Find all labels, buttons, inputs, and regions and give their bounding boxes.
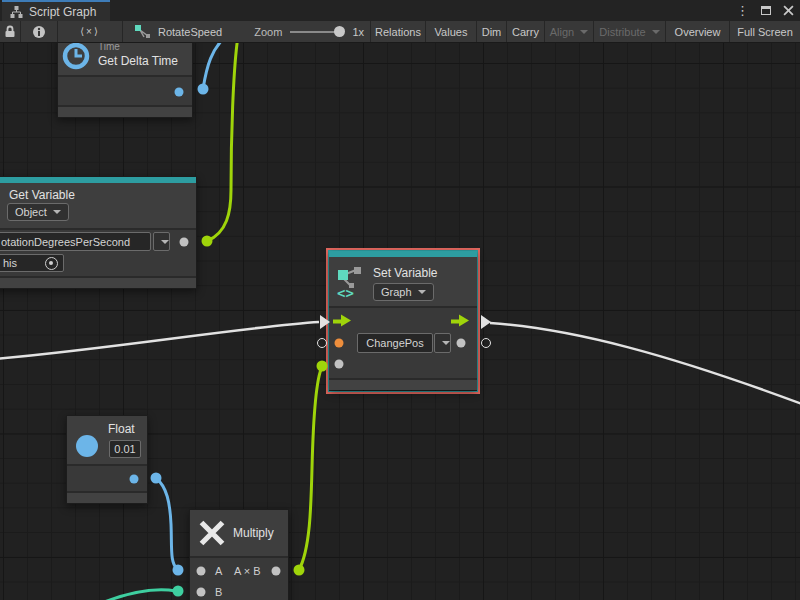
graph-world: Time Get Delta Time Get Variable Object: [0, 43, 800, 600]
variable-name-value: otationDegreesPerSecond: [1, 236, 130, 248]
node-header: <> Set Variable Graph: [329, 257, 477, 306]
node-title: Float: [108, 422, 135, 436]
code-view-button[interactable]: ⟨×⟩: [58, 21, 122, 42]
variable-name-dropdown[interactable]: [434, 333, 451, 353]
relations-button[interactable]: Relations: [371, 21, 425, 42]
node-header: Get Variable Object: [0, 183, 196, 228]
lock-button[interactable]: [0, 21, 20, 42]
graph-canvas[interactable]: Time Get Delta Time Get Variable Object: [0, 43, 800, 600]
node-footer: [58, 105, 192, 117]
node-title: Get Delta Time: [98, 54, 178, 68]
flow-wire-out: [490, 323, 800, 404]
chevron-down-icon: [580, 30, 588, 34]
breadcrumb-graph-name: RotateSpeed: [158, 26, 222, 38]
flow-in-port[interactable]: [333, 315, 351, 328]
multiply-a-label: A: [215, 565, 222, 577]
node-title: Multiply: [233, 526, 274, 540]
value-input-port[interactable]: [335, 360, 344, 369]
zoom-slider[interactable]: [290, 31, 340, 33]
info-icon: [32, 25, 46, 39]
set-variable-output-port[interactable]: [457, 339, 466, 348]
object-picker-icon[interactable]: [45, 257, 58, 270]
node-set-variable[interactable]: <> Set Variable Graph ChangePos: [329, 251, 477, 390]
multiply-out-port[interactable]: [272, 567, 281, 576]
node-multiply[interactable]: Multiply A A × B B: [189, 509, 289, 600]
graph-toolbar: ⟨×⟩ RotateSpeed Zoom 1x Relations Values…: [0, 21, 800, 43]
unconnected-port-ring[interactable]: [481, 338, 491, 348]
multiply-b-label: B: [215, 586, 222, 598]
chevron-down-icon: [53, 210, 61, 214]
get-variable-output-port[interactable]: [180, 238, 189, 247]
tab-script-graph[interactable]: Script Graph: [2, 0, 110, 21]
float-value: 0.01: [114, 443, 135, 455]
svg-text:<>: <>: [337, 285, 354, 300]
wire-endpoint[interactable]: [198, 84, 209, 95]
float-output-port[interactable]: [130, 475, 139, 484]
variable-kind-value: Object: [15, 206, 47, 218]
delta-time-output-port[interactable]: [175, 88, 184, 97]
multiply-icon: [198, 519, 226, 547]
flow-out-port[interactable]: [451, 315, 469, 328]
values-button[interactable]: Values: [426, 21, 476, 42]
breadcrumb[interactable]: RotateSpeed: [123, 21, 232, 42]
wire-endpoint[interactable]: [317, 361, 328, 372]
unconnected-port-ring[interactable]: [317, 338, 327, 348]
dim-button[interactable]: Dim: [477, 21, 506, 42]
multiply-b-port[interactable]: [197, 588, 206, 597]
flow-wire-in: [0, 322, 319, 359]
zoom-label: Zoom: [232, 21, 290, 42]
node-kicker: Time: [98, 43, 120, 52]
variable-kind-value: Graph: [381, 286, 412, 298]
wire-endpoint[interactable]: [173, 565, 184, 576]
chevron-down-icon: [442, 341, 450, 345]
graph-icon: [10, 6, 23, 18]
distribute-label: Distribute: [599, 26, 645, 38]
window-menu-icon[interactable]: ⋮: [736, 4, 749, 17]
flow-arrowhead: [481, 315, 491, 329]
info-button[interactable]: [21, 21, 57, 42]
fullscreen-button[interactable]: Full Screen: [730, 21, 800, 42]
node-divider: [67, 464, 147, 466]
align-button[interactable]: Align: [545, 21, 593, 42]
close-icon[interactable]: [783, 5, 794, 16]
node-title: Get Variable: [9, 188, 75, 202]
node-get-variable[interactable]: Get Variable Object otationDegreesPerSec…: [0, 176, 197, 289]
float-value-field[interactable]: 0.01: [109, 440, 141, 458]
variable-name-port[interactable]: [335, 339, 344, 348]
multiply-out-wire: [299, 367, 322, 570]
node-header: Time Get Delta Time: [58, 43, 192, 75]
align-label: Align: [550, 26, 574, 38]
carry-button[interactable]: Carry: [507, 21, 544, 42]
float-icon: [76, 435, 98, 457]
node-header: Multiply: [190, 510, 288, 556]
variable-name-field[interactable]: ChangePos: [357, 333, 433, 353]
chevron-down-icon: [161, 240, 169, 244]
wire-endpoint[interactable]: [294, 565, 305, 576]
distribute-button[interactable]: Distribute: [594, 21, 665, 42]
wire-endpoint[interactable]: [202, 236, 213, 247]
maximize-icon[interactable]: [761, 6, 771, 15]
delta-time-wire: [203, 43, 224, 89]
variable-kind-dropdown[interactable]: Graph: [373, 283, 434, 301]
node-header: Float 0.01: [67, 416, 147, 464]
set-variable-icon: <>: [337, 266, 363, 300]
float-wire: [156, 478, 177, 569]
wire-endpoint[interactable]: [173, 586, 184, 597]
node-divider: [329, 306, 477, 308]
multiply-b-wire: [92, 590, 176, 600]
variable-name-dropdown[interactable]: [153, 232, 170, 251]
node-footer: [329, 378, 477, 390]
lock-icon: [4, 25, 16, 38]
wire-endpoint[interactable]: [151, 473, 162, 484]
node-float[interactable]: Float 0.01: [66, 415, 148, 504]
node-get-delta-time[interactable]: Time Get Delta Time: [57, 43, 193, 118]
titlebar: Script Graph ⋮: [0, 0, 800, 21]
window-controls: ⋮: [736, 0, 800, 21]
variable-name-value: ChangePos: [366, 337, 424, 349]
get-variable-wire: [207, 43, 238, 241]
multiply-a-port[interactable]: [197, 567, 206, 576]
variable-target-field[interactable]: his: [0, 254, 64, 272]
variable-kind-dropdown[interactable]: Object: [7, 203, 69, 221]
overview-button[interactable]: Overview: [666, 21, 729, 42]
variable-name-field[interactable]: otationDegreesPerSecond: [0, 232, 151, 251]
